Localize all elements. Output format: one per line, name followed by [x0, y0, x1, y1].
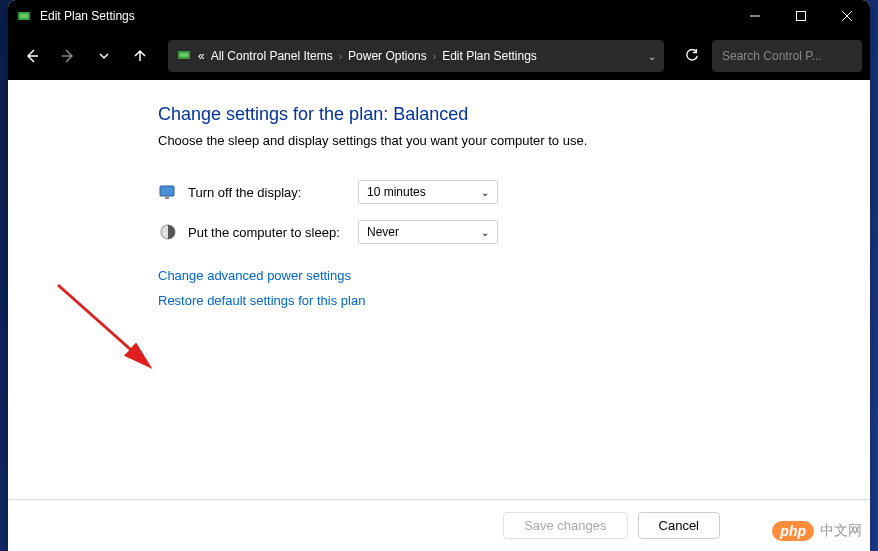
up-button[interactable] — [124, 40, 156, 72]
breadcrumb[interactable]: « All Control Panel Items › Power Option… — [168, 40, 664, 72]
svg-rect-1 — [20, 14, 28, 18]
forward-arrow-icon — [60, 48, 76, 64]
svg-rect-3 — [797, 12, 806, 21]
close-button[interactable] — [824, 0, 870, 32]
breadcrumb-item-edit[interactable]: Edit Plan Settings — [442, 49, 537, 63]
save-button[interactable]: Save changes — [503, 512, 627, 539]
close-icon — [842, 11, 852, 21]
sleep-dropdown[interactable]: Never ⌄ — [358, 220, 498, 244]
app-icon — [16, 8, 32, 24]
watermark-text: 中文网 — [820, 522, 862, 540]
window: Edit Plan Settings — [8, 0, 870, 551]
sleep-label: Put the computer to sleep: — [188, 225, 358, 240]
window-controls — [732, 0, 870, 32]
minimize-icon — [750, 11, 760, 21]
control-panel-icon — [176, 47, 192, 66]
cancel-button[interactable]: Cancel — [638, 512, 720, 539]
breadcrumb-item-power[interactable]: Power Options — [348, 49, 427, 63]
svg-rect-7 — [180, 53, 188, 57]
window-title: Edit Plan Settings — [40, 9, 732, 23]
display-icon — [158, 182, 178, 202]
breadcrumb-item-all[interactable]: All Control Panel Items — [211, 49, 333, 63]
page-subtext: Choose the sleep and display settings th… — [158, 133, 720, 148]
chevron-down-icon — [99, 51, 109, 61]
display-label: Turn off the display: — [188, 185, 358, 200]
chevron-down-icon: ⌄ — [481, 227, 489, 238]
refresh-icon — [685, 49, 699, 63]
search-box[interactable] — [712, 40, 862, 72]
page-heading: Change settings for the plan: Balanced — [158, 104, 720, 125]
titlebar: Edit Plan Settings — [8, 0, 870, 32]
display-dropdown[interactable]: 10 minutes ⌄ — [358, 180, 498, 204]
toolbar: « All Control Panel Items › Power Option… — [8, 32, 870, 80]
setting-row-sleep: Put the computer to sleep: Never ⌄ — [158, 220, 720, 244]
maximize-icon — [796, 11, 806, 21]
maximize-button[interactable] — [778, 0, 824, 32]
chevron-right-icon: › — [339, 51, 342, 62]
up-arrow-icon — [132, 48, 148, 64]
restore-defaults-link[interactable]: Restore default settings for this plan — [158, 293, 720, 308]
chevron-down-icon: ⌄ — [481, 187, 489, 198]
watermark-badge: php — [772, 521, 814, 541]
display-value: 10 minutes — [367, 185, 426, 199]
setting-row-display: Turn off the display: 10 minutes ⌄ — [158, 180, 720, 204]
sleep-value: Never — [367, 225, 399, 239]
back-arrow-icon — [24, 48, 40, 64]
footer: Save changes Cancel — [8, 499, 870, 551]
sleep-icon — [158, 222, 178, 242]
forward-button[interactable] — [52, 40, 84, 72]
recent-dropdown[interactable] — [88, 40, 120, 72]
svg-rect-10 — [160, 186, 174, 196]
advanced-settings-link[interactable]: Change advanced power settings — [158, 268, 720, 283]
chevron-down-icon[interactable]: ⌄ — [648, 51, 656, 62]
watermark: php 中文网 — [772, 521, 862, 541]
refresh-button[interactable] — [676, 40, 708, 72]
content-area: Change settings for the plan: Balanced C… — [8, 80, 870, 499]
minimize-button[interactable] — [732, 0, 778, 32]
svg-rect-11 — [165, 197, 169, 199]
back-button[interactable] — [16, 40, 48, 72]
chevron-right-icon: › — [433, 51, 436, 62]
search-input[interactable] — [722, 49, 870, 63]
breadcrumb-prefix: « — [198, 49, 205, 63]
